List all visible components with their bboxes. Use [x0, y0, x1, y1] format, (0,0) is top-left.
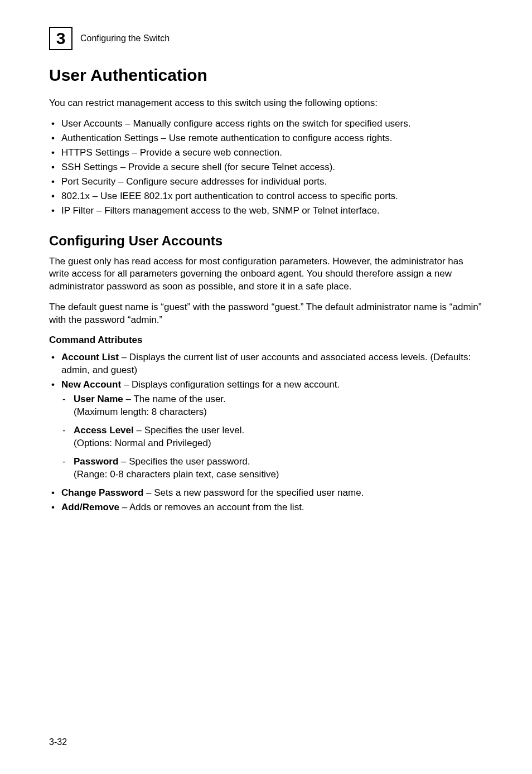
attr-desc: – Adds or removes an account from the li…: [119, 502, 304, 512]
new-account-sublist: User Name – The name of the user. (Maxim…: [61, 393, 483, 481]
attr-desc: – The name of the user.: [123, 394, 226, 404]
list-item: Authentication Settings – Use remote aut…: [49, 132, 483, 145]
list-item: IP Filter – Filters management access to…: [49, 205, 483, 217]
section-title: Configuring User Accounts: [49, 233, 483, 249]
attr-note: (Maximum length: 8 characters): [74, 407, 207, 417]
attr-label: Password: [74, 456, 118, 467]
intro-paragraph: You can restrict management access to th…: [49, 97, 483, 110]
attr-label: New Account: [61, 379, 121, 390]
list-item: HTTPS Settings – Provide a secure web co…: [49, 147, 483, 159]
attr-desc: – Displays the current list of user acco…: [61, 352, 471, 375]
attr-account-list: Account List – Displays the current list…: [49, 351, 483, 377]
chapter-number-box: 3: [49, 27, 72, 50]
attr-desc: – Specifies the user password.: [118, 456, 250, 467]
attr-label: User Name: [74, 394, 123, 404]
chapter-label: Configuring the Switch: [80, 33, 170, 43]
attr-add-remove: Add/Remove – Adds or removes an account …: [49, 501, 483, 514]
attr-change-password: Change Password – Sets a new password fo…: [49, 487, 483, 500]
attr-label: Access Level: [74, 425, 134, 436]
command-attributes-list: Account List – Displays the current list…: [49, 351, 483, 514]
attr-label: Change Password: [61, 487, 143, 498]
command-attributes-heading: Command Attributes: [49, 335, 483, 346]
list-item: Port Security – Configure secure address…: [49, 176, 483, 188]
chapter-number: 3: [56, 29, 66, 48]
page-title: User Authentication: [49, 66, 483, 85]
section-paragraph-1: The guest only has read access for most …: [49, 255, 483, 294]
subattr-password: Password – Specifies the user password. …: [61, 456, 483, 481]
attr-label: Add/Remove: [61, 502, 119, 512]
attr-desc: – Displays configuration settings for a …: [121, 379, 340, 390]
attr-label: Account List: [61, 352, 119, 362]
list-item: User Accounts – Manually configure acces…: [49, 118, 483, 130]
list-item: SSH Settings – Provide a secure shell (f…: [49, 161, 483, 174]
options-list: User Accounts – Manually configure acces…: [49, 118, 483, 217]
section-paragraph-2: The default guest name is “guest” with t…: [49, 301, 483, 327]
subattr-user-name: User Name – The name of the user. (Maxim…: [61, 393, 483, 419]
attr-note: (Range: 0-8 characters plain text, case …: [74, 469, 279, 480]
attr-desc: – Sets a new password for the specified …: [143, 487, 364, 498]
page-header: 3 Configuring the Switch: [49, 27, 483, 50]
page-number: 3-32: [49, 737, 67, 747]
attr-desc: – Specifies the user level.: [134, 425, 244, 436]
attr-new-account: New Account – Displays configuration set…: [49, 379, 483, 481]
list-item: 802.1x – Use IEEE 802.1x port authentica…: [49, 190, 483, 203]
subattr-access-level: Access Level – Specifies the user level.…: [61, 424, 483, 450]
attr-note: (Options: Normal and Privileged): [74, 438, 211, 448]
